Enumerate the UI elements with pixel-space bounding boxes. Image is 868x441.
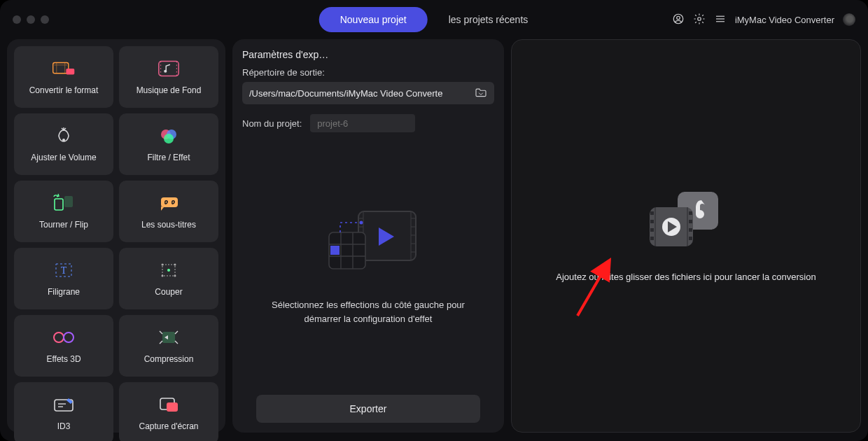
svg-rect-61 bbox=[650, 237, 654, 240]
cut-icon bbox=[157, 260, 181, 280]
tool-rotate-flip[interactable]: Tourner / Flip bbox=[14, 181, 113, 242]
svg-rect-63 bbox=[689, 220, 692, 223]
tool-subtitles[interactable]: Les sous-titres bbox=[119, 181, 218, 242]
svg-rect-52 bbox=[330, 246, 340, 255]
settings-empty-state: Sélectionnez les effections du côté gauc… bbox=[242, 132, 494, 395]
close-window-button[interactable] bbox=[13, 15, 21, 24]
brand-badge-icon bbox=[843, 13, 855, 26]
settings-panel: Paramètres d'exp… Répertoire de sortie: … bbox=[232, 39, 504, 433]
svg-text:T: T bbox=[61, 265, 67, 276]
tool-label: Filtre / Effet bbox=[147, 153, 190, 162]
tool-label: Compression bbox=[144, 354, 194, 364]
tool-label: Effets 3D bbox=[46, 354, 80, 364]
tool-compression[interactable]: Compression bbox=[119, 315, 218, 377]
svg-point-21 bbox=[162, 264, 164, 266]
tool-label: Filigrane bbox=[48, 287, 80, 297]
project-name-input[interactable] bbox=[310, 114, 415, 132]
svg-point-13 bbox=[164, 134, 174, 144]
tool-label: ID3 bbox=[57, 421, 71, 431]
drop-caption: Ajoutez ou faites glisser des fichiers i… bbox=[528, 272, 844, 282]
project-name-label: Nom du projet: bbox=[242, 118, 302, 129]
svg-rect-62 bbox=[689, 211, 692, 215]
svg-rect-64 bbox=[689, 228, 692, 232]
annotation-arrow-icon bbox=[573, 257, 615, 320]
watermark-icon: T bbox=[52, 260, 76, 280]
svg-rect-59 bbox=[650, 220, 654, 223]
screen-capture-icon bbox=[157, 395, 181, 414]
svg-point-24 bbox=[174, 275, 176, 277]
svg-rect-14 bbox=[55, 199, 63, 210]
tool-watermark[interactable]: T Filigrane bbox=[14, 248, 113, 309]
tool-filter-effect[interactable]: Filtre / Effet bbox=[119, 113, 218, 175]
tool-label: Ajuster le Volume bbox=[31, 153, 96, 162]
svg-line-67 bbox=[578, 262, 608, 316]
svg-rect-65 bbox=[689, 237, 692, 240]
svg-rect-58 bbox=[650, 211, 654, 215]
svg-point-10 bbox=[62, 139, 65, 141]
folder-open-icon[interactable] bbox=[475, 88, 487, 99]
svg-rect-16 bbox=[161, 197, 178, 207]
output-dir-value: /Users/mac/Documents/iMyMac Video Conver… bbox=[249, 88, 469, 99]
tool-label: Couper bbox=[155, 287, 182, 297]
svg-point-26 bbox=[64, 332, 74, 342]
drop-media-icon bbox=[644, 190, 728, 251]
svg-point-20 bbox=[167, 269, 170, 272]
svg-rect-28 bbox=[162, 332, 175, 343]
app-title: iMyMac Video Converter bbox=[735, 15, 834, 25]
svg-rect-15 bbox=[64, 196, 73, 207]
minimize-window-button[interactable] bbox=[27, 15, 35, 24]
subtitles-icon bbox=[157, 193, 181, 213]
maximize-window-button[interactable] bbox=[41, 15, 49, 24]
drop-panel[interactable]: Ajoutez ou faites glisser des fichiers i… bbox=[511, 39, 861, 433]
tab-recent-projects[interactable]: les projets récents bbox=[428, 7, 550, 32]
window: Nouveau projet les projets récents iMyMa… bbox=[0, 0, 868, 441]
account-icon[interactable] bbox=[672, 13, 685, 27]
tool-label: Capture d'écran bbox=[139, 421, 198, 431]
tool-background-music[interactable]: Musique de Fond bbox=[119, 46, 218, 108]
background-music-icon bbox=[157, 59, 181, 78]
tool-convert-format[interactable]: Convertir le format bbox=[14, 46, 113, 108]
tool-label: Musique de Fond bbox=[136, 85, 202, 95]
menu-icon[interactable] bbox=[714, 13, 727, 27]
svg-point-25 bbox=[54, 332, 64, 342]
svg-point-53 bbox=[360, 221, 363, 225]
tool-label: Tourner / Flip bbox=[39, 220, 88, 230]
svg-rect-8 bbox=[159, 62, 178, 76]
sidebar-panel: Convertir le format Musique de Fond bbox=[7, 39, 225, 433]
titlebar-right: iMyMac Video Converter bbox=[672, 13, 855, 27]
tool-label: Les sous-titres bbox=[141, 220, 196, 230]
effects-3d-icon bbox=[52, 328, 76, 347]
tool-cut[interactable]: Couper bbox=[119, 248, 218, 309]
effects-placeholder-icon bbox=[319, 202, 417, 286]
tab-new-project[interactable]: Nouveau projet bbox=[319, 7, 428, 32]
settings-heading: Paramètres d'exp… bbox=[242, 49, 494, 60]
tool-effects-3d[interactable]: Effets 3D bbox=[14, 315, 113, 377]
output-dir-field[interactable]: /Users/mac/Documents/iMyMac Video Conver… bbox=[242, 82, 494, 104]
svg-point-1 bbox=[677, 16, 680, 20]
id3-icon bbox=[52, 395, 76, 414]
svg-rect-7 bbox=[66, 69, 74, 75]
output-dir-label: Répertoire de sortie: bbox=[242, 67, 494, 78]
svg-point-9 bbox=[164, 70, 167, 73]
settings-empty-caption: Sélectionnez les effections du côté gauc… bbox=[263, 298, 473, 326]
tool-label: Convertir le format bbox=[29, 85, 99, 95]
filter-effect-icon bbox=[157, 126, 181, 146]
svg-rect-33 bbox=[167, 402, 178, 412]
titlebar: Nouveau projet les projets récents iMyMa… bbox=[0, 0, 868, 39]
svg-rect-60 bbox=[650, 228, 654, 232]
export-button[interactable]: Exporter bbox=[256, 395, 480, 423]
tools-grid: Convertir le format Musique de Fond bbox=[14, 46, 218, 426]
tool-screen-capture[interactable]: Capture d'écran bbox=[119, 382, 218, 441]
compression-icon bbox=[157, 328, 181, 347]
rotate-flip-icon bbox=[52, 193, 76, 213]
svg-point-22 bbox=[174, 264, 176, 266]
content: Convertir le format Musique de Fond bbox=[0, 39, 868, 441]
convert-format-icon bbox=[52, 59, 76, 78]
adjust-volume-icon bbox=[52, 126, 76, 146]
window-controls bbox=[13, 15, 49, 24]
tab-switch: Nouveau projet les projets récents bbox=[319, 7, 550, 32]
tool-id3[interactable]: ID3 bbox=[14, 382, 113, 441]
settings-icon[interactable] bbox=[693, 13, 706, 27]
tool-adjust-volume[interactable]: Ajuster le Volume bbox=[14, 113, 113, 175]
svg-point-23 bbox=[162, 275, 164, 277]
